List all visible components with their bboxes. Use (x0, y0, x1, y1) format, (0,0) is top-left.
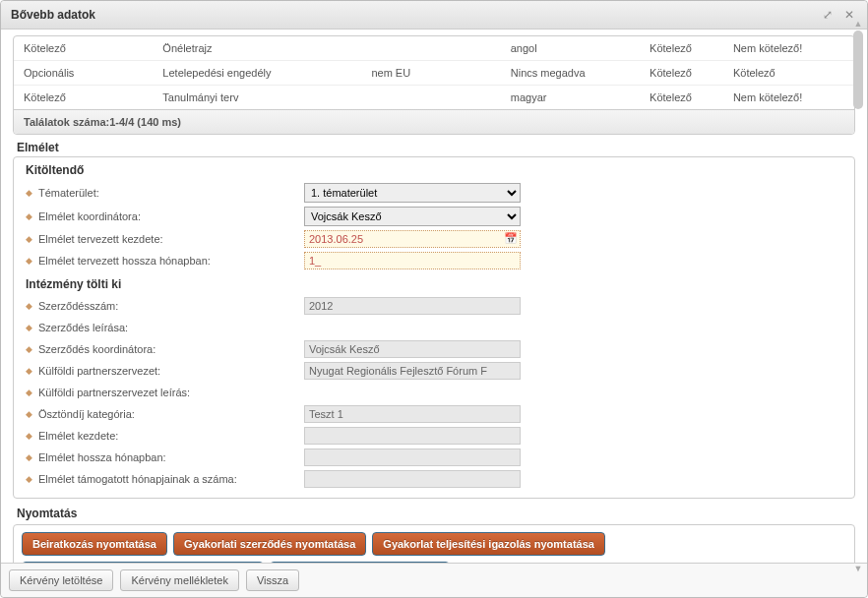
bullet-icon: ◆ (26, 388, 32, 397)
etamogat-label: Elmélet támogatott hónapjainak a száma: (38, 473, 304, 485)
table-row: Opcionális Letelepedési engedély nem EU … (14, 61, 854, 86)
szerzleiras-label: Szerződés leírása: (38, 322, 304, 333)
bullet-icon: ◆ (26, 234, 32, 244)
kezdet-label: Elmélet tervezett kezdete: (38, 233, 304, 245)
calendar-icon[interactable]: 📅 (504, 232, 518, 246)
szerzkoord-field: Vojcsák Kesző (304, 340, 521, 358)
bullet-icon: ◆ (26, 344, 32, 354)
scrollbar[interactable]: ▲ ▼ (851, 30, 865, 562)
vissza-button[interactable]: Vissza (246, 569, 299, 591)
tematerulet-select[interactable]: 1. tématerület (304, 183, 521, 203)
bullet-icon: ◆ (26, 301, 32, 311)
ehossz-label: Elmélet hossza hónapban: (38, 451, 304, 463)
documents-grid: Kötelező Önéletrajz angol Kötelező Nem k… (13, 35, 855, 135)
ekezdet-field (304, 427, 521, 445)
bullet-icon: ◆ (26, 256, 32, 266)
maximize-icon[interactable]: ⤢ (820, 7, 836, 23)
beiratkozas-button[interactable]: Beiratkozás nyomtatása (22, 532, 167, 556)
section-nyomtatas: Beiratkozás nyomtatása Gyakorlati szerző… (13, 524, 855, 563)
koordinator-label: Elmélet koordinátora: (38, 210, 304, 222)
kezdet-input[interactable] (304, 230, 521, 248)
bullet-icon: ◆ (26, 188, 32, 198)
szerzodesszam-field: 2012 (304, 297, 521, 315)
kulfpartner-field: Nyugat Regionális Fejlesztő Fórum F (304, 362, 521, 380)
section-nyomtatas-title: Nyomtatás (17, 507, 855, 520)
kulfpartnerleiras-label: Külföldi partnerszervezet leírás: (38, 387, 304, 398)
subsection-intezmeny-title: Intézmény tölti ki (26, 277, 846, 291)
szerzodesszam-label: Szerződésszám: (38, 300, 304, 312)
ehossz-field (304, 448, 521, 466)
section-elmelet-title: Elmélet (17, 141, 855, 154)
bullet-icon: ◆ (26, 366, 32, 376)
kulfpartner-label: Külföldi partnerszervezet: (38, 365, 304, 377)
table-row: Kötelező Önéletrajz angol Kötelező Nem k… (14, 36, 854, 61)
kervenymell-button[interactable]: Kérvény mellékletek (120, 569, 238, 591)
dialog-footer: Kérvény letöltése Kérvény mellékletek Vi… (1, 563, 867, 597)
tematerulet-label: Tématerület: (38, 187, 304, 199)
bullet-icon: ◆ (26, 323, 32, 332)
osztondij-label: Ösztöndíj kategória: (38, 408, 304, 420)
bullet-icon: ◆ (26, 409, 32, 419)
bullet-icon: ◆ (26, 431, 32, 441)
bullet-icon: ◆ (26, 452, 32, 462)
section-elmelet: Kitöltendő ◆ Tématerület: 1. tématerület… (13, 156, 855, 499)
grid-footer: Találatok száma:1-4/4 (140 ms) (14, 109, 854, 134)
scroll-thumb[interactable] (853, 30, 863, 109)
table-row: Kötelező Tanulmányi terv magyar Kötelező… (14, 86, 854, 109)
titlebar: Bővebb adatok ⤢ ✕ (1, 1, 867, 30)
dialog-window: Bővebb adatok ⤢ ✕ Kötelező Önéletrajz an… (0, 0, 868, 598)
dialog-content: Kötelező Önéletrajz angol Kötelező Nem k… (1, 30, 867, 563)
hossz-label: Elmélet tervezett hossza hónapban: (38, 255, 304, 267)
gyakszerz-button[interactable]: Gyakorlati szerződés nyomtatása (173, 532, 366, 556)
hossz-input[interactable] (304, 252, 521, 269)
kervenylet-button[interactable]: Kérvény letöltése (9, 569, 113, 591)
scroll-up-icon[interactable]: ▲ (853, 19, 863, 29)
gyaktelj-button[interactable]: Gyakorlat teljesítési igazolás nyomtatás… (372, 532, 605, 556)
ekezdet-label: Elmélet kezdete: (38, 430, 304, 442)
osztondij-field: Teszt 1 (304, 405, 521, 423)
koordinator-select[interactable]: Vojcsák Kesző (304, 207, 521, 226)
bullet-icon: ◆ (26, 474, 32, 484)
bullet-icon: ◆ (26, 211, 32, 221)
scroll-down-icon[interactable]: ▼ (853, 564, 863, 573)
subsection-kitoltendo-title: Kitöltendő (26, 163, 846, 177)
dialog-title: Bővebb adatok (11, 8, 814, 22)
etamogat-field (304, 470, 521, 488)
szerzkoord-label: Szerződés koordinátora: (38, 343, 304, 355)
